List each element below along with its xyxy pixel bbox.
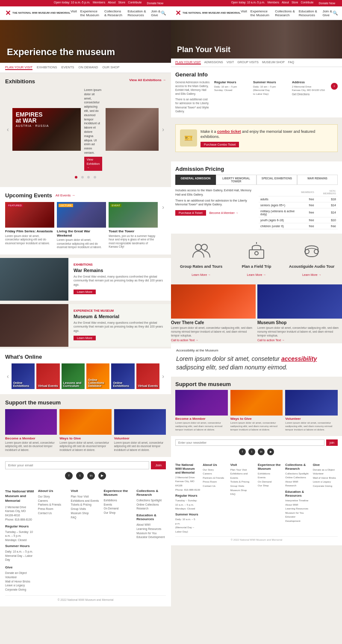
support-card-title-1[interactable]: Become a Member (5, 436, 57, 440)
footer-exp-on-demand[interactable]: On Demand (103, 506, 133, 511)
purchase-ticket-button[interactable]: Purchase A Ticket (175, 210, 206, 216)
rp-footer-visit-plan[interactable]: Plan Your Visit (230, 468, 255, 472)
rp-members-link[interactable]: Members (268, 1, 279, 6)
footer-col-spotlight[interactable]: Collections Spotlight (136, 498, 166, 503)
rp-footer-about-story[interactable]: Our Story (203, 468, 227, 472)
about-link[interactable]: About (108, 1, 115, 6)
next-arrow[interactable]: › (160, 124, 166, 135)
rp-footer-col-spotlight[interactable]: Collections Spotlight (285, 472, 310, 476)
instagram-icon[interactable]: in (87, 472, 95, 480)
twitter-icon[interactable]: t (76, 472, 84, 480)
rp-footer-give-volunteer[interactable]: Volunteer (313, 472, 338, 476)
rp-footer-about-careers[interactable]: Careers (203, 472, 227, 476)
online-prev-arrow[interactable]: ‹ (5, 371, 11, 381)
rp-footer-col-about[interactable]: About WWI (285, 480, 310, 484)
subnav-plan-visit[interactable]: PLAN YOUR VISIT (5, 65, 32, 70)
footer-about-story[interactable]: Our Story (38, 495, 68, 499)
rp-youtube-icon[interactable]: ▶ (267, 448, 274, 455)
footer-about-careers[interactable]: Careers (38, 499, 68, 503)
rp-footer-exp-events[interactable]: Events (258, 476, 283, 480)
rp-footer-give-wall[interactable]: Wall of Honor Bricks (313, 476, 338, 480)
newsletter-input[interactable] (5, 461, 149, 469)
search-icon[interactable]: 🔍 (161, 11, 166, 15)
rp-footer-edu-about[interactable]: About WWI (285, 503, 310, 507)
rp-footer-visit-faq[interactable]: FAQ (230, 492, 255, 497)
rp-support-title-2[interactable]: Ways to Give (230, 417, 283, 421)
rp-nav-education[interactable]: Education & Resources (299, 9, 319, 17)
facebook-icon[interactable]: f (65, 472, 73, 480)
rp-footer-about-contact[interactable]: Contact Us (203, 484, 227, 489)
rp-footer-edu-timeline[interactable]: Interpretive Timeline (285, 499, 310, 503)
rp-contribute-link[interactable]: Contribute (301, 1, 313, 6)
rp-subnav-shop[interactable]: MUSEUM SHOP (262, 61, 285, 64)
rp-footer-give-donate[interactable]: Donate as a Object (313, 468, 338, 472)
nav-visit[interactable]: Visit (71, 9, 77, 17)
rp-footer-exp-exhibitions[interactable]: Exhibitions (258, 472, 283, 476)
footer-exp-shop[interactable]: Our Shop (103, 511, 133, 515)
museum-memorial-learn-btn[interactable]: Learn More (74, 336, 96, 340)
support-card-title-3[interactable]: Volunteer (114, 436, 166, 440)
footer-visit-group[interactable]: Group Visits (71, 507, 100, 511)
audio-tour-link[interactable]: Learn More → (302, 273, 321, 276)
rp-donate-button[interactable]: Donate Now (316, 1, 338, 6)
main-exhibition-card[interactable]: EMPIRES at WAR AUSTRIA · RUSSIA (12, 108, 81, 151)
subnav-exhibitions[interactable]: EXHIBITIONS (37, 65, 57, 70)
rp-footer-visit-group[interactable]: Group Visits (230, 484, 255, 489)
rp-footer-exp-on-demand[interactable]: On Demand (258, 480, 283, 484)
rp-footer-give-legacy[interactable]: Leave a Legacy (313, 480, 338, 484)
rp-about-link[interactable]: About (282, 1, 289, 6)
footer-visit-plan[interactable]: Plan Your Visit (71, 495, 100, 499)
become-member-link[interactable]: Become A Member → (209, 211, 239, 214)
online-item-5[interactable]: Online Exhibitions (111, 363, 134, 389)
combo-purchase-button[interactable]: Purchase Combo Ticket (200, 142, 239, 147)
view-exhibition-button[interactable]: View Exhibition → (84, 157, 102, 171)
info-icon[interactable]: i (331, 83, 338, 90)
online-item-4[interactable]: Online Collections Database (86, 363, 109, 389)
subnav-events[interactable]: EVENTS (62, 65, 74, 70)
footer-edu-about[interactable]: About WWI (136, 523, 166, 527)
rp-subnav-admissions[interactable]: ADMISSIONS (204, 61, 223, 64)
cafe-cta-link[interactable]: Call to action Text → (171, 339, 256, 342)
footer-edu-museum[interactable]: Museum for You (136, 531, 166, 536)
rp-facebook-icon[interactable]: f (239, 448, 246, 455)
rp-twitter-icon[interactable]: t (248, 448, 255, 455)
rp-footer-visit-shop[interactable]: Museum Shop (230, 489, 255, 493)
online-item-2[interactable]: Virtual Events (36, 363, 59, 389)
footer-give-corporate[interactable]: Corporate Giving (5, 588, 166, 592)
all-events-link[interactable]: All Events → (56, 193, 75, 197)
rp-subnav-faq[interactable]: FAQ (288, 61, 294, 64)
footer-about-contact[interactable]: Contact Us (38, 511, 68, 515)
footer-col-online[interactable]: Online Collections (136, 503, 166, 507)
footer-exp-events[interactable]: Events (103, 503, 133, 507)
newsletter-join-button[interactable]: Join (151, 461, 166, 469)
rp-nav-collections[interactable]: Collections & Research (275, 9, 295, 17)
footer-give-volunteer[interactable]: Volunteer (5, 575, 166, 580)
members-link[interactable]: Members (93, 1, 105, 6)
online-item-6[interactable]: Virtual Events (136, 363, 159, 389)
footer-give-legacy[interactable]: Leave a Legacy (5, 583, 166, 588)
rp-footer-col-online[interactable]: Online Collections (285, 476, 310, 480)
footer-edu-learning[interactable]: Learning Resources (136, 527, 166, 531)
support-card-title-2[interactable]: Ways to Give (59, 436, 111, 440)
rp-subnav-visit[interactable]: VISIT (227, 61, 234, 64)
tab-general-admission[interactable]: GENERAL ADMISSION (175, 175, 216, 185)
rp-support-title-1[interactable]: Become a Member (175, 417, 228, 421)
rp-footer-about-press[interactable]: Press Room (203, 480, 227, 484)
footer-col-research[interactable]: Research (136, 506, 166, 511)
rp-nav-visit[interactable]: Visit (241, 9, 247, 17)
footer-give-wall[interactable]: Wall of Honor Bricks (5, 580, 166, 584)
accessibility-link[interactable]: accessibility (281, 355, 317, 362)
rp-footer-exp-shop[interactable]: Our Shop (258, 484, 283, 488)
donate-button[interactable]: Donate Now (144, 1, 166, 6)
rp-footer-visit-tickets[interactable]: Tickets & Pricing (230, 480, 255, 484)
tab-special-exhibitions[interactable]: SPECIAL EXHIBITIONS (256, 175, 297, 185)
nav-experience[interactable]: Experience the Museum (80, 9, 101, 17)
footer-visit-exhibitions[interactable]: Exhibitions and Events (71, 499, 100, 503)
rp-footer-visit-exhibitions[interactable]: Exhibitions and Events (230, 472, 255, 480)
war-remains-learn-btn[interactable]: Learn More (74, 290, 96, 294)
rp-footer-edu-development[interactable]: Educator Development (285, 515, 310, 523)
rp-instagram-icon[interactable]: in (258, 448, 265, 455)
footer-give-donate[interactable]: Donate an Object (5, 571, 166, 575)
rp-footer-edu-museum[interactable]: Museum for You (285, 511, 310, 515)
rp-support-title-3[interactable]: Volunteer (285, 417, 338, 421)
